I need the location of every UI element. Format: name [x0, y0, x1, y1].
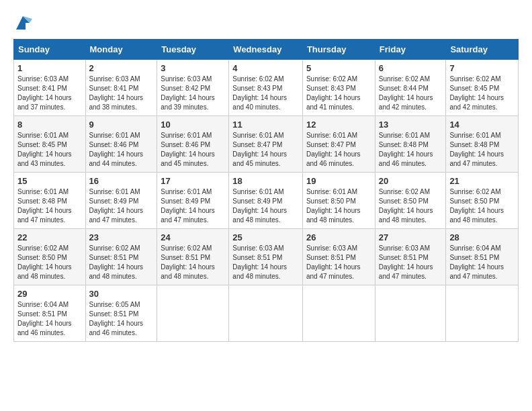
calendar-row: 15Sunrise: 6:01 AMSunset: 8:48 PMDayligh…	[14, 173, 519, 229]
day-number: 4	[232, 63, 299, 73]
day-info: Sunrise: 6:03 AMSunset: 8:42 PMDaylight:…	[161, 75, 225, 112]
table-row: 19Sunrise: 6:01 AMSunset: 8:50 PMDayligh…	[302, 173, 375, 229]
page-header	[13, 13, 519, 32]
logo	[13, 13, 35, 32]
day-info: Sunrise: 6:02 AMSunset: 8:44 PMDaylight:…	[379, 75, 443, 112]
col-wednesday: Wednesday	[229, 40, 303, 60]
table-row: 5Sunrise: 6:02 AMSunset: 8:43 PMDaylight…	[302, 60, 375, 116]
table-row: 22Sunrise: 6:02 AMSunset: 8:50 PMDayligh…	[14, 229, 86, 285]
day-info: Sunrise: 6:04 AMSunset: 8:51 PMDaylight:…	[449, 244, 515, 281]
col-tuesday: Tuesday	[157, 40, 229, 60]
day-info: Sunrise: 6:01 AMSunset: 8:49 PMDaylight:…	[232, 187, 299, 225]
day-number: 18	[232, 176, 299, 186]
day-info: Sunrise: 6:02 AMSunset: 8:50 PMDaylight:…	[449, 187, 515, 225]
day-info: Sunrise: 6:02 AMSunset: 8:43 PMDaylight:…	[232, 75, 299, 112]
day-number: 20	[379, 176, 443, 186]
logo-icon	[13, 13, 32, 32]
day-number: 17	[161, 176, 225, 186]
day-info: Sunrise: 6:03 AMSunset: 8:41 PMDaylight:…	[17, 75, 82, 112]
day-info: Sunrise: 6:01 AMSunset: 8:48 PMDaylight:…	[449, 131, 515, 169]
day-number: 16	[89, 176, 154, 186]
table-row	[229, 285, 303, 342]
table-row: 23Sunrise: 6:02 AMSunset: 8:51 PMDayligh…	[85, 229, 157, 285]
day-info: Sunrise: 6:05 AMSunset: 8:51 PMDaylight:…	[89, 300, 154, 338]
calendar-row: 1Sunrise: 6:03 AMSunset: 8:41 PMDaylight…	[14, 60, 519, 116]
day-info: Sunrise: 6:01 AMSunset: 8:46 PMDaylight:…	[161, 131, 225, 169]
col-saturday: Saturday	[446, 40, 519, 60]
day-number: 6	[379, 63, 443, 73]
table-row: 21Sunrise: 6:02 AMSunset: 8:50 PMDayligh…	[446, 173, 519, 229]
table-row: 1Sunrise: 6:03 AMSunset: 8:41 PMDaylight…	[14, 60, 86, 116]
day-info: Sunrise: 6:02 AMSunset: 8:43 PMDaylight:…	[306, 75, 371, 112]
day-number: 12	[306, 120, 371, 130]
day-info: Sunrise: 6:01 AMSunset: 8:47 PMDaylight:…	[306, 131, 371, 169]
table-row: 16Sunrise: 6:01 AMSunset: 8:49 PMDayligh…	[85, 173, 157, 229]
table-row: 28Sunrise: 6:04 AMSunset: 8:51 PMDayligh…	[446, 229, 519, 285]
day-number: 1	[17, 63, 82, 73]
calendar-row: 29Sunrise: 6:04 AMSunset: 8:51 PMDayligh…	[14, 285, 519, 342]
calendar-header-row: Sunday Monday Tuesday Wednesday Thursday…	[14, 40, 519, 60]
day-info: Sunrise: 6:02 AMSunset: 8:51 PMDaylight:…	[161, 244, 225, 281]
calendar-table: Sunday Monday Tuesday Wednesday Thursday…	[13, 39, 519, 342]
table-row	[375, 285, 446, 342]
day-number: 14	[449, 120, 515, 130]
day-info: Sunrise: 6:01 AMSunset: 8:49 PMDaylight:…	[89, 187, 154, 225]
calendar-row: 8Sunrise: 6:01 AMSunset: 8:45 PMDaylight…	[14, 116, 519, 173]
day-number: 3	[161, 63, 225, 73]
day-info: Sunrise: 6:01 AMSunset: 8:46 PMDaylight:…	[89, 131, 154, 169]
table-row: 3Sunrise: 6:03 AMSunset: 8:42 PMDaylight…	[157, 60, 229, 116]
day-info: Sunrise: 6:04 AMSunset: 8:51 PMDaylight:…	[17, 300, 82, 338]
day-number: 22	[17, 232, 82, 242]
table-row: 20Sunrise: 6:02 AMSunset: 8:50 PMDayligh…	[375, 173, 446, 229]
table-row: 11Sunrise: 6:01 AMSunset: 8:47 PMDayligh…	[229, 116, 303, 173]
day-number: 29	[17, 289, 82, 299]
table-row	[302, 285, 375, 342]
table-row: 8Sunrise: 6:01 AMSunset: 8:45 PMDaylight…	[14, 116, 86, 173]
table-row: 13Sunrise: 6:01 AMSunset: 8:48 PMDayligh…	[375, 116, 446, 173]
day-number: 28	[449, 232, 515, 242]
table-row: 24Sunrise: 6:02 AMSunset: 8:51 PMDayligh…	[157, 229, 229, 285]
day-info: Sunrise: 6:03 AMSunset: 8:51 PMDaylight:…	[232, 244, 299, 281]
table-row: 12Sunrise: 6:01 AMSunset: 8:47 PMDayligh…	[302, 116, 375, 173]
day-number: 27	[379, 232, 443, 242]
day-info: Sunrise: 6:01 AMSunset: 8:50 PMDaylight:…	[306, 187, 371, 225]
col-monday: Monday	[85, 40, 157, 60]
table-row: 25Sunrise: 6:03 AMSunset: 8:51 PMDayligh…	[229, 229, 303, 285]
col-friday: Friday	[375, 40, 446, 60]
col-sunday: Sunday	[14, 40, 86, 60]
day-number: 5	[306, 63, 371, 73]
table-row: 9Sunrise: 6:01 AMSunset: 8:46 PMDaylight…	[85, 116, 157, 173]
table-row	[157, 285, 229, 342]
day-info: Sunrise: 6:02 AMSunset: 8:51 PMDaylight:…	[89, 244, 154, 281]
day-number: 21	[449, 176, 515, 186]
day-info: Sunrise: 6:02 AMSunset: 8:45 PMDaylight:…	[449, 75, 515, 112]
day-number: 10	[161, 120, 225, 130]
table-row: 29Sunrise: 6:04 AMSunset: 8:51 PMDayligh…	[14, 285, 86, 342]
day-number: 26	[306, 232, 371, 242]
table-row: 14Sunrise: 6:01 AMSunset: 8:48 PMDayligh…	[446, 116, 519, 173]
day-info: Sunrise: 6:01 AMSunset: 8:49 PMDaylight:…	[161, 187, 225, 225]
day-number: 13	[379, 120, 443, 130]
day-info: Sunrise: 6:01 AMSunset: 8:47 PMDaylight:…	[232, 131, 299, 169]
day-number: 24	[161, 232, 225, 242]
col-thursday: Thursday	[302, 40, 375, 60]
day-info: Sunrise: 6:02 AMSunset: 8:50 PMDaylight:…	[379, 187, 443, 225]
day-number: 30	[89, 289, 154, 299]
day-number: 2	[89, 63, 154, 73]
table-row: 15Sunrise: 6:01 AMSunset: 8:48 PMDayligh…	[14, 173, 86, 229]
calendar-row: 22Sunrise: 6:02 AMSunset: 8:50 PMDayligh…	[14, 229, 519, 285]
table-row: 4Sunrise: 6:02 AMSunset: 8:43 PMDaylight…	[229, 60, 303, 116]
table-row: 10Sunrise: 6:01 AMSunset: 8:46 PMDayligh…	[157, 116, 229, 173]
day-number: 23	[89, 232, 154, 242]
day-info: Sunrise: 6:01 AMSunset: 8:45 PMDaylight:…	[17, 131, 82, 169]
table-row	[446, 285, 519, 342]
day-number: 9	[89, 120, 154, 130]
table-row: 27Sunrise: 6:03 AMSunset: 8:51 PMDayligh…	[375, 229, 446, 285]
day-number: 8	[17, 120, 82, 130]
day-number: 7	[449, 63, 515, 73]
day-number: 19	[306, 176, 371, 186]
day-info: Sunrise: 6:03 AMSunset: 8:41 PMDaylight:…	[89, 75, 154, 112]
table-row: 17Sunrise: 6:01 AMSunset: 8:49 PMDayligh…	[157, 173, 229, 229]
table-row: 7Sunrise: 6:02 AMSunset: 8:45 PMDaylight…	[446, 60, 519, 116]
day-info: Sunrise: 6:03 AMSunset: 8:51 PMDaylight:…	[306, 244, 371, 281]
